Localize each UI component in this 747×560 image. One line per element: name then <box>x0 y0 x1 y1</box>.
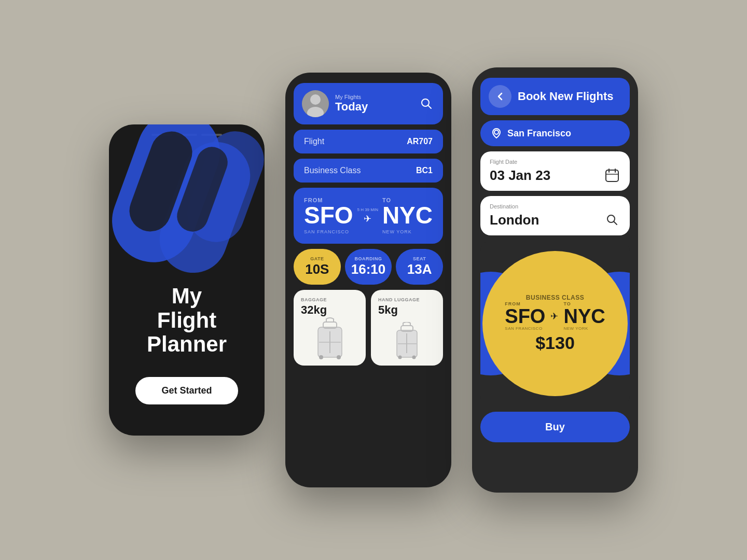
plane-icon: ✈ <box>364 213 371 225</box>
app-title: My Flight Planner <box>147 284 227 356</box>
search-button[interactable] <box>418 95 435 112</box>
gate-boarding-seat-row: GATE 10S BOARDING 16:10 SEAT 13A <box>294 249 443 285</box>
svg-line-23 <box>614 222 617 225</box>
ticket-price: $130 <box>535 333 575 353</box>
destination-card[interactable]: Destination London <box>480 196 630 235</box>
user-avatar <box>302 90 329 117</box>
destination-label: Destination <box>490 203 620 209</box>
class-info-row: Business Class BC1 <box>294 159 443 183</box>
route-card: FROM SFO SAN FRANCISCO 5 H 39 MIN ✈ TO N… <box>294 188 443 244</box>
route-to: TO NYC NEW YORK <box>382 197 433 234</box>
svg-point-10 <box>337 355 341 359</box>
ticket-circle: Business Class FROM SFO SAN FRANCISCO ✈ … <box>482 251 628 396</box>
suitcase-large-icon <box>312 317 348 366</box>
location-icon <box>491 128 502 139</box>
boarding-card: BOARDING 16:10 <box>345 249 392 285</box>
hand-luggage-card: HAND LUGGAGE 5kg <box>371 290 443 366</box>
suitcase-small-icon <box>393 322 421 366</box>
flight-date-value: 03 Jan 23 <box>490 167 550 184</box>
phone-my-flights: My Flights Today Flight AR707 Business C… <box>285 73 451 487</box>
ticket-class: Business Class <box>526 294 584 301</box>
flight-label: Flight <box>304 137 324 146</box>
phone-splash: My Flight Planner Get Started <box>109 124 265 436</box>
svg-point-9 <box>319 355 323 359</box>
location-value: San Francisco <box>507 128 571 139</box>
ticket-to: TO NYC NEW YORK <box>563 301 605 331</box>
buy-button[interactable]: Buy <box>480 412 630 442</box>
route-from: FROM SFO SAN FRANCISCO <box>304 197 353 234</box>
back-button[interactable] <box>489 85 511 108</box>
header-text: My Flights Today <box>335 94 412 114</box>
destination-value: London <box>490 212 539 228</box>
ticket-from: FROM SFO SAN FRANCISCO <box>505 301 545 331</box>
svg-point-15 <box>398 356 402 359</box>
class-value: BC1 <box>416 166 433 175</box>
calendar-icon[interactable] <box>604 167 620 184</box>
book-header: Book New Flights <box>480 78 630 115</box>
flights-sublabel: My Flights <box>335 94 412 100</box>
svg-point-1 <box>310 94 321 105</box>
class-label: Business Class <box>304 166 361 175</box>
route-middle: 5 H 39 MIN ✈ <box>357 207 378 225</box>
luggage-row: BAGGAGE 32kg <box>294 290 443 366</box>
phone-book-flights: Book New Flights San Francisco Flight Da… <box>472 67 638 493</box>
flights-header: My Flights Today <box>294 83 443 124</box>
flights-title: Today <box>335 100 412 114</box>
ticket-plane-icon: ✈ <box>550 311 558 322</box>
svg-point-17 <box>494 130 499 134</box>
svg-line-4 <box>428 105 431 108</box>
gate-card: GATE 10S <box>294 249 341 285</box>
flight-date-label: Flight Date <box>490 159 620 165</box>
book-title: Book New Flights <box>518 90 614 103</box>
flight-value: AR707 <box>407 137 433 146</box>
baggage-card: BAGGAGE 32kg <box>294 290 366 366</box>
seat-card: SEAT 13A <box>396 249 443 285</box>
destination-search-icon[interactable] <box>604 212 620 228</box>
location-row[interactable]: San Francisco <box>480 120 630 146</box>
flight-date-card[interactable]: Flight Date 03 Jan 23 <box>480 151 630 191</box>
ticket-route: FROM SFO SAN FRANCISCO ✈ TO NYC NEW YORK <box>505 301 605 331</box>
svg-rect-18 <box>606 170 618 181</box>
get-started-button[interactable]: Get Started <box>135 377 238 404</box>
ticket-card: Business Class FROM SFO SAN FRANCISCO ✈ … <box>480 241 630 407</box>
svg-point-16 <box>412 356 416 359</box>
flight-info-row: Flight AR707 <box>294 130 443 153</box>
